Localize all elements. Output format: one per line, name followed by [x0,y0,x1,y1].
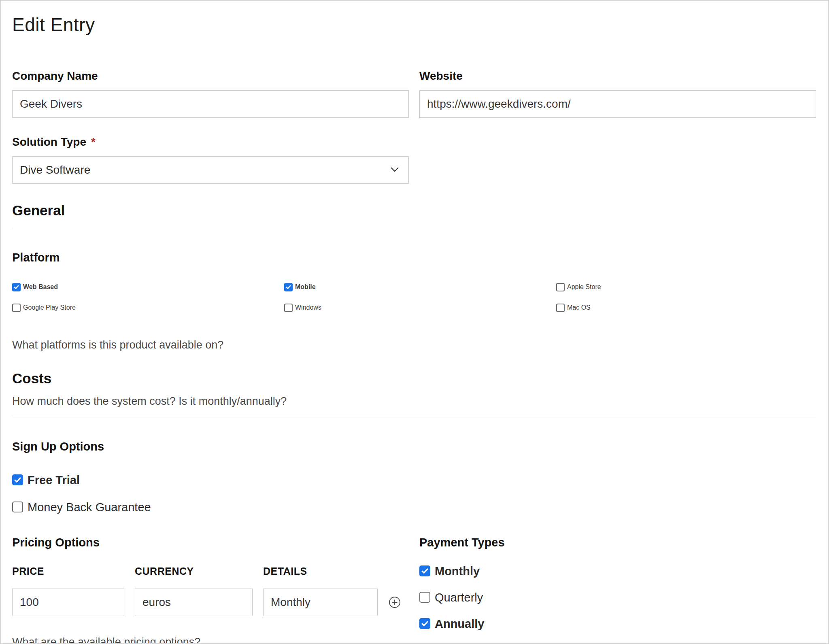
payment-types-heading: Payment Types [419,536,816,550]
details-column-header: DETAILS [263,565,378,577]
checkbox-icon[interactable] [419,618,430,629]
checkbox-label: Mac OS [567,304,591,312]
name-website-row: Company Name Website [12,69,816,118]
checkbox-label: Windows [295,304,321,312]
solution-type-select[interactable]: Dive Software [12,156,409,184]
checkbox-apple-store[interactable]: Apple Store [556,283,816,291]
section-divider [12,228,816,228]
section-divider [12,417,816,417]
details-input[interactable] [263,589,378,616]
details-cell [263,589,378,616]
checkbox-money-back-guarantee[interactable]: Money Back Guarantee [12,500,816,514]
checkbox-web-based[interactable]: Web Based [12,283,284,291]
currency-column-header: CURRENCY [135,565,253,577]
currency-input[interactable] [135,589,253,616]
checkbox-quarterly[interactable]: Quarterly [419,591,816,604]
pricing-options-heading: Pricing Options [12,536,409,550]
company-name-label: Company Name [12,69,409,83]
checkbox-label: Apple Store [567,283,601,291]
checkbox-icon[interactable] [12,283,21,291]
checkbox-label: Annually [435,617,484,631]
pricing-options-group: Pricing Options PRICE CURRENCY DETAILS [12,536,409,644]
checkbox-icon[interactable] [419,592,430,603]
checkmark-icon [14,285,19,289]
costs-description: How much does the system cost? Is it mon… [12,394,816,408]
checkbox-label: Money Back Guarantee [28,500,151,514]
platform-description: What platforms is this product available… [12,338,816,352]
checkbox-icon[interactable] [419,565,430,576]
company-name-input[interactable] [12,90,409,118]
checkmark-icon [421,568,428,574]
checkbox-icon[interactable] [284,283,293,291]
checkbox-icon[interactable] [556,283,565,291]
plus-circle-icon [388,596,401,609]
checkbox-label: Quarterly [435,591,483,604]
currency-cell [135,589,253,616]
solution-type-label-text: Solution Type [12,136,86,148]
solution-type-select-wrap: Dive Software [12,156,409,184]
website-input[interactable] [419,90,816,118]
spacer [388,565,406,577]
checkbox-label: Monthly [435,564,480,578]
signup-options-heading: Sign Up Options [12,440,816,454]
checkbox-icon[interactable] [12,502,23,512]
solution-type-field-group: Solution Type* Dive Software [12,135,409,184]
checkbox-windows[interactable]: Windows [284,304,556,312]
page-title: Edit Entry [12,15,816,35]
pricing-payment-row: Pricing Options PRICE CURRENCY DETAILS [12,536,816,644]
checkbox-mobile[interactable]: Mobile [284,283,556,291]
checkbox-google-play-store[interactable]: Google Play Store [12,304,284,312]
company-name-field-group: Company Name [12,69,409,118]
required-asterisk: * [91,136,96,148]
checkbox-mac-os[interactable]: Mac OS [556,304,816,312]
pricing-description: What are the available pricing options? [12,635,409,644]
checkbox-label: Web Based [23,283,58,291]
checkbox-annually[interactable]: Annually [419,617,816,631]
checkmark-icon [286,285,291,289]
checkbox-icon[interactable] [12,474,23,485]
checkmark-icon [421,621,428,627]
price-column-header: PRICE [12,565,124,577]
price-input[interactable] [12,589,124,616]
checkbox-free-trial[interactable]: Free Trial [12,473,816,487]
payment-checkbox-list: Monthly Quarterly Annually One Time [419,564,816,644]
price-cell [12,589,124,616]
website-label: Website [419,69,816,83]
checkmark-icon [14,477,21,483]
general-section-heading: General [12,202,816,219]
checkbox-icon[interactable] [284,304,293,312]
signup-checkbox-list: Free Trial Money Back Guarantee [12,473,816,514]
checkbox-label: Free Trial [28,473,80,487]
platform-heading: Platform [12,251,816,265]
add-pricing-row-button[interactable] [388,596,401,609]
checkbox-label: Mobile [295,283,316,291]
add-row-cell [388,589,406,616]
website-field-group: Website [419,69,816,118]
checkbox-monthly[interactable]: Monthly [419,564,816,578]
solution-type-label: Solution Type* [12,135,409,149]
platform-checkbox-grid: Web Based Mobile Apple Store Google Play… [12,283,816,312]
checkbox-icon[interactable] [556,304,565,312]
checkbox-label: Google Play Store [23,304,76,312]
edit-entry-form: Edit Entry Company Name Website Solution… [1,1,828,644]
pricing-table: PRICE CURRENCY DETAILS [12,550,409,616]
checkbox-icon[interactable] [12,304,21,312]
payment-types-group: Payment Types Monthly Quarterly Annually… [419,536,816,644]
costs-section-heading: Costs [12,370,816,387]
